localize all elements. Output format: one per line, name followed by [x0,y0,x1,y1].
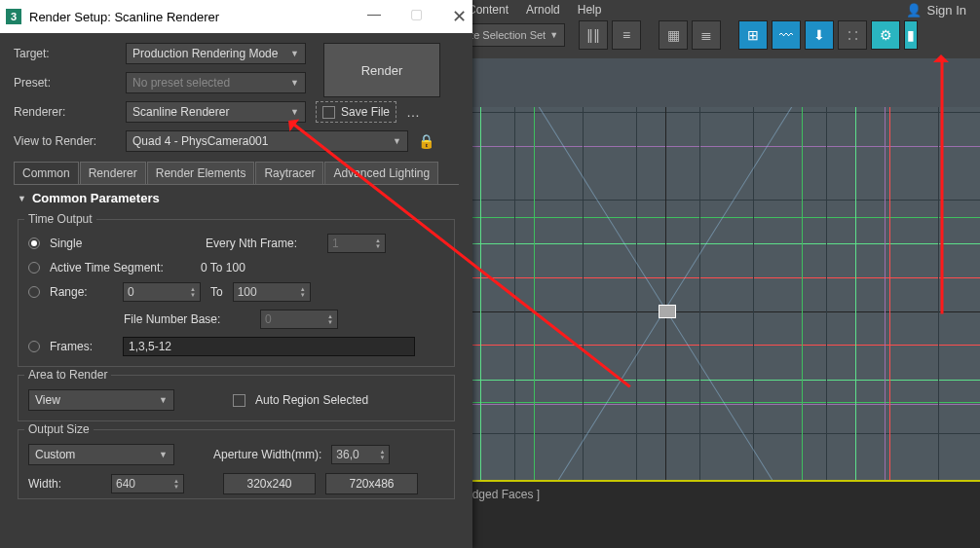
target-dropdown[interactable]: Production Rendering Mode ▼ [126,43,306,64]
render-setup-dialog: 3 Render Setup: Scanline Renderer — ▢ ✕ … [0,0,472,548]
rollout-common-label: Common Parameters [32,191,160,205]
tool-schematic-icon[interactable]: ⊞ [738,20,768,50]
render-button[interactable]: Render [323,43,440,97]
rollout-common-head[interactable]: ▼ Common Parameters [14,185,459,211]
annotation-arrow-2-head [933,47,949,62]
tool-align2-icon[interactable]: ≡ [612,20,641,50]
sign-in[interactable]: 👤 Sign In [906,0,966,19]
auto-region-checkbox[interactable] [233,394,245,407]
tab-common[interactable]: Common [14,162,79,184]
aperture-spinner[interactable]: 36,0 ▲▼ [331,445,390,464]
tab-renderer[interactable]: Renderer [80,162,146,184]
main-menu-bar: Content Arnold Help [458,0,980,19]
renderer-value: Scanline Renderer [132,105,229,119]
target-value: Production Rendering Mode [132,47,278,60]
range-to-spinner[interactable]: 100 ▲▼ [233,282,311,302]
spinner-arrows-icon: ▲▼ [327,313,333,325]
app-logo-icon: 3 [6,9,21,24]
tab-elements[interactable]: Render Elements [147,162,255,184]
tool-snapshot-icon[interactable]: ⸬ [838,20,867,50]
range-from-spinner[interactable]: 0 ▲▼ [123,282,201,302]
menu-arnold[interactable]: Arnold [526,3,560,17]
maximize-icon[interactable]: ▢ [410,6,423,27]
preset-value: No preset selected [132,76,230,90]
tab-raytracer[interactable]: Raytracer [255,162,323,184]
selection-set-dropdown[interactable]: ate Selection Set ▼ [458,23,565,47]
group-time-output-title: Time Output [24,212,96,226]
dialog-title: Render Setup: Scanline Renderer [29,10,219,24]
menu-help[interactable]: Help [578,3,602,17]
dialog-titlebar[interactable]: 3 Render Setup: Scanline Renderer — ▢ ✕ [0,0,472,33]
chevron-down-icon: ▼ [549,30,558,40]
viewport-area: FRONT [458,58,980,548]
width-label: Width: [28,477,101,491]
radio-frames[interactable] [28,341,40,352]
filenum-value: 0 [265,312,272,326]
nth-spinner[interactable]: 1 ▲▼ [327,234,386,253]
selection-set-text: ate Selection Set [465,29,546,41]
single-label: Single [50,237,196,250]
spinner-arrows-icon: ▲▼ [375,237,381,249]
ats-label: Active Time Segment: [50,261,191,274]
spinner-arrows-icon: ▲▼ [190,286,196,298]
group-area-title: Area to Render [24,368,111,382]
frames-input[interactable]: 1,3,5-12 [123,337,415,356]
group-time-output: Time Output Single Every Nth Frame: 1 ▲▼… [18,219,455,367]
chevron-down-icon: ▼ [159,395,168,405]
group-output: Output Size Custom ▼ Aperture Width(mm):… [18,429,455,499]
area-dropdown[interactable]: View ▼ [28,389,174,411]
tool-layer1-icon[interactable]: ▦ [659,20,688,50]
radio-single[interactable] [28,237,40,249]
save-file-browse[interactable]: … [406,104,420,120]
tool-align-icon[interactable]: ‖‖ [579,20,608,50]
nth-value: 1 [332,237,339,250]
preset-label: Preset: [14,76,116,90]
tab-advlight[interactable]: Advanced Lighting [324,162,438,184]
annotation-arrow-2 [941,61,944,314]
radio-range[interactable] [28,286,40,298]
width-spinner[interactable]: 640 ▲▼ [111,474,184,493]
aperture-label: Aperture Width(mm): [213,448,321,461]
chevron-down-icon: ▼ [159,450,168,459]
auto-region-label: Auto Region Selected [255,393,368,407]
spinner-arrows-icon: ▲▼ [300,286,306,298]
viewport-bottom[interactable]: [ Edged Faces ] [458,480,980,548]
save-file-toggle[interactable]: Save File [316,101,396,123]
tool-curve-icon[interactable]: 〰 [772,20,801,50]
tool-render-partial-icon[interactable]: ▮ [904,20,918,50]
dialog-tabs: Common Renderer Render Elements Raytrace… [14,162,459,185]
spinner-arrows-icon: ▲▼ [173,478,179,490]
spinner-arrows-icon: ▲▼ [379,449,385,460]
sign-in-label: Sign In [927,3,966,18]
group-area: Area to Render View ▼ Auto Region Select… [18,375,455,421]
width-value: 640 [116,477,135,491]
filenum-spinner[interactable]: 0 ▲▼ [260,310,338,329]
viewtorender-label: View to Render: [14,134,116,148]
outputsize-dropdown[interactable]: Custom ▼ [28,444,174,465]
viewtorender-dropdown[interactable]: Quad 4 - PhysCamera001 ▼ [126,130,408,152]
save-file-checkbox[interactable] [322,106,335,119]
outputsize-value: Custom [35,448,75,461]
range-from-value: 0 [128,285,134,299]
minimize-icon[interactable]: — [367,6,381,27]
chevron-down-icon: ▼ [18,194,26,203]
tool-import-icon[interactable]: ⬇ [805,20,834,50]
close-icon[interactable]: ✕ [452,6,467,27]
nth-label: Every Nth Frame: [206,237,318,250]
preset-720x486-button[interactable]: 720x486 [325,473,418,494]
lock-icon[interactable]: 🔒 [418,133,434,149]
chevron-down-icon: ▼ [290,49,299,58]
tool-layer2-icon[interactable]: ≣ [692,20,721,50]
area-value: View [35,393,60,407]
frames-label: Frames: [50,340,113,353]
camera-gizmo-icon[interactable] [659,305,676,318]
radio-ats[interactable] [28,262,40,274]
chevron-down-icon: ▼ [393,136,401,146]
range-to-label: To [210,285,223,299]
tool-render-setup-icon[interactable]: ⚙ [871,20,900,50]
menu-content[interactable]: Content [468,3,509,17]
viewport-top[interactable] [461,107,980,480]
viewtorender-value: Quad 4 - PhysCamera001 [132,134,268,148]
preset-dropdown[interactable]: No preset selected ▼ [126,72,306,93]
preset-320x240-button[interactable]: 320x240 [223,473,316,494]
